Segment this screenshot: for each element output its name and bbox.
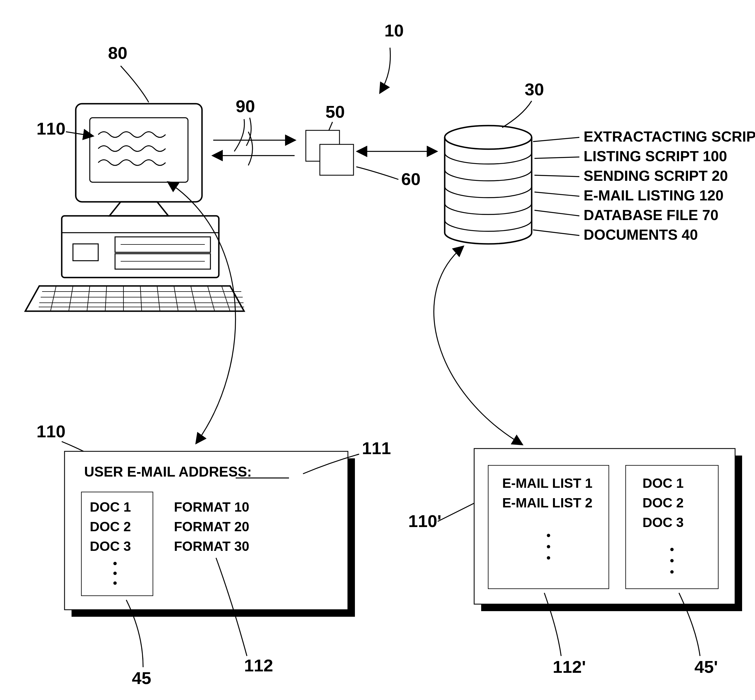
user-format-2: FORMAT 30: [174, 539, 249, 554]
lead-item-4: [534, 210, 580, 216]
ref-60: 60: [401, 169, 421, 189]
ref-45p: 45': [694, 657, 718, 677]
svg-rect-1: [90, 118, 188, 182]
svg-line-16: [105, 286, 107, 311]
server-item-0: EXTRACTACTING SCRIPTS 130: [584, 128, 755, 145]
ref-110p: 110': [408, 511, 441, 531]
svg-point-29: [113, 581, 117, 585]
page-square-2: [320, 144, 354, 175]
svg-line-13: [50, 286, 56, 311]
user-doc-0: DOC 1: [90, 500, 131, 514]
svg-line-19: [157, 286, 160, 311]
user-doc-1: DOC 2: [90, 519, 131, 534]
leader-110: [66, 132, 92, 136]
admin-doc-2: DOC 3: [642, 515, 684, 530]
ref-30: 30: [525, 80, 544, 99]
lead-item-2: [534, 175, 580, 177]
svg-line-14: [69, 286, 73, 311]
svg-rect-2: [62, 216, 219, 278]
leader-screen-to-user-panel: [168, 182, 235, 443]
svg-point-28: [113, 572, 117, 575]
lead-item-5: [533, 230, 580, 236]
email-label: USER E-MAIL ADDRESS:: [84, 464, 252, 480]
svg-line-20: [174, 286, 178, 311]
admin-doc-0: DOC 1: [642, 476, 684, 491]
svg-rect-0: [76, 104, 202, 202]
admin-email-1: E-MAIL LIST 2: [502, 495, 592, 510]
ref-80: 80: [108, 43, 127, 62]
svg-point-37: [670, 570, 674, 573]
admin-panel: E-MAIL LIST 1 E-MAIL LIST 2 DOC 1 DOC 2 …: [474, 448, 742, 611]
svg-line-23: [222, 286, 230, 311]
ref-50: 50: [326, 102, 345, 121]
svg-line-21: [191, 286, 196, 311]
user-format-0: FORMAT 10: [174, 500, 249, 514]
svg-point-33: [547, 545, 550, 548]
ref-110-panel: 110: [36, 422, 65, 441]
ref-112p: 112': [553, 657, 586, 677]
leader-80: [121, 66, 149, 102]
leader-110p: [438, 502, 477, 522]
user-panel: USER E-MAIL ADDRESS: DOC 1 DOC 2 DOC 3 F…: [64, 452, 355, 617]
ref-10: 10: [384, 21, 404, 40]
server-cylinder: [445, 126, 532, 244]
svg-line-15: [87, 286, 90, 311]
ref-110: 110: [36, 119, 65, 138]
ref-112: 112: [244, 656, 273, 675]
svg-point-35: [670, 548, 674, 551]
server-item-5: DOCUMENTS 40: [584, 227, 698, 243]
leader-server-to-admin-panel: [434, 247, 522, 444]
lead-item-3: [534, 192, 580, 196]
net-crossover: [248, 132, 252, 166]
svg-point-24: [445, 126, 532, 149]
svg-point-36: [670, 559, 674, 562]
server-item-4: DATABASE FILE 70: [584, 207, 719, 223]
ref-111: 111: [362, 438, 391, 458]
ref-45: 45: [132, 668, 151, 688]
svg-point-27: [113, 562, 117, 565]
leader-90b: [234, 119, 244, 152]
server-item-3: E-MAIL LISTING 120: [584, 187, 724, 203]
leader-10: [380, 48, 390, 92]
svg-point-32: [547, 534, 550, 537]
ref-90: 90: [236, 97, 255, 116]
leader-30: [502, 101, 532, 128]
server-item-1: LISTING SCRIPT 100: [584, 148, 727, 164]
svg-rect-6: [73, 244, 98, 261]
server-item-2: SENDING SCRIPT 20: [584, 168, 728, 184]
svg-line-18: [140, 286, 142, 311]
lead-item-1: [534, 157, 580, 158]
svg-rect-31: [474, 448, 735, 604]
svg-point-34: [547, 556, 550, 559]
admin-doc-1: DOC 2: [642, 495, 684, 510]
user-format-1: FORMAT 20: [174, 519, 249, 534]
admin-email-0: E-MAIL LIST 1: [502, 476, 592, 491]
svg-line-22: [208, 286, 215, 311]
lead-item-0: [533, 138, 580, 142]
patent-figure: 10 80 110: [0, 0, 755, 700]
leader-60: [356, 167, 398, 180]
user-doc-2: DOC 3: [90, 539, 131, 554]
